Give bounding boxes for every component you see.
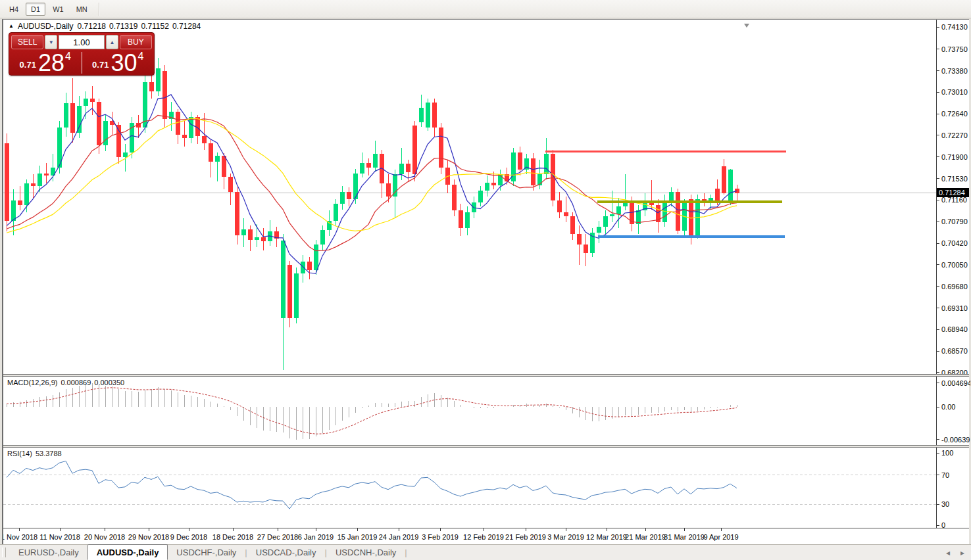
period-button-mn[interactable]: MN (71, 3, 93, 16)
rsi-axis-label: 100 (941, 449, 953, 457)
sell-button[interactable]: SELL (11, 35, 43, 49)
date-axis-label: 29 Nov 2018 (128, 533, 169, 541)
date-axis-label: 20 Nov 2018 (84, 533, 125, 541)
hline-support[interactable] (598, 235, 785, 238)
macd-axis-label: 0.004694 (941, 379, 970, 387)
price-axis-label: 0.74130 (941, 23, 968, 31)
sell-price-prefix: 0.71 (20, 60, 36, 70)
ohlc-open: 0.71218 (78, 22, 106, 31)
price-axis-label: 0.68200 (941, 369, 968, 374)
rsi-axis-label: 30 (941, 500, 949, 508)
macd-pane: 0.0046940.00-0.00639 MACD(12,26,9) 0.000… (3, 377, 969, 445)
ma-fast-line (7, 95, 737, 273)
panel-collapse-icon[interactable]: ▲ (9, 24, 14, 29)
chart-window: 0.741300.737500.733800.730100.726400.722… (2, 19, 969, 544)
date-axis-label: 9 Apr 2019 (703, 533, 738, 541)
hline-resistance[interactable] (545, 151, 786, 152)
date-axis-label: 27 Dec 2018 (257, 533, 298, 541)
main-chart-pane: 0.741300.737500.733800.730100.726400.722… (3, 20, 969, 374)
macd-canvas[interactable]: 0.0046940.00-0.00639 (3, 377, 970, 445)
date-axis-label: 6 Jan 2019 (298, 533, 334, 541)
date-axis-label: 3 Mar 2019 (547, 533, 584, 541)
rsi-label: RSI(14) 53.3788 (7, 450, 62, 457)
buy-price-pips: 30 (111, 52, 137, 74)
date-axis-label: 1 Nov 2018 (3, 533, 37, 541)
macd-value-signal: 0.000350 (94, 379, 124, 386)
ma-mid-line (7, 116, 737, 251)
symbol-info-line: ▲ AUDUSD-,Daily 0.71218 0.71319 0.71152 … (9, 22, 201, 31)
toolbar-separator (99, 3, 100, 16)
buy-price-display[interactable]: 0.71 30 4 (82, 51, 155, 75)
period-button-w1[interactable]: W1 (47, 3, 69, 16)
macd-signal-line (7, 388, 737, 434)
date-axis-label: 9 Dec 2018 (170, 533, 207, 541)
chart-tab-usdchf[interactable]: USDCHF-,Daily (168, 545, 245, 560)
ohlc-high: 0.71319 (109, 22, 137, 31)
volume-input[interactable] (59, 35, 105, 49)
period-button-d1[interactable]: D1 (26, 3, 45, 16)
price-axis-label: 0.69310 (941, 304, 968, 312)
hline-pivot[interactable] (597, 200, 782, 203)
chart-tab-audusd[interactable]: AUDUSD-,Daily (87, 544, 168, 560)
price-axis-label: 0.70420 (941, 239, 968, 247)
date-axis: 1 Nov 201811 Nov 201820 Nov 201829 Nov 2… (3, 528, 969, 545)
date-axis-label: 21 Mar 2019 (625, 533, 666, 541)
sell-price-display[interactable]: 0.71 28 4 (9, 51, 82, 75)
price-axis-label: 0.71530 (941, 175, 968, 183)
one-click-trading-panel: SELL ▼ ▲ BUY 0.71 28 4 0.71 30 4 (9, 32, 155, 76)
price-axis-label: 0.70050 (941, 261, 968, 269)
macd-axis-label: -0.00639 (941, 436, 970, 444)
date-axis-label: 11 Nov 2018 (39, 533, 80, 541)
chart-tab-bar: EURUSD-,DailyAUDUSD-,DailyUSDCHF-,Daily|… (0, 544, 971, 560)
period-button-h4[interactable]: H4 (4, 3, 24, 16)
chart-tab-eurusd[interactable]: EURUSD-,Daily (10, 545, 87, 560)
rsi-axis-label: 70 (941, 471, 949, 479)
buy-price-prefix: 0.71 (92, 60, 109, 70)
date-axis-label: 24 Jan 2019 (379, 533, 419, 541)
date-axis-label: 21 Feb 2019 (505, 533, 546, 541)
macd-value-main: 0.000869 (61, 379, 91, 386)
symbol-title: AUDUSD-,Daily (18, 22, 74, 31)
candlesticks (5, 58, 739, 370)
chart-tab-usdcad[interactable]: USDCAD-,Daily (247, 545, 325, 560)
date-axis-label: 12 Mar 2019 (586, 533, 627, 541)
ohlc-close: 0.71284 (172, 22, 201, 31)
price-axis-label: 0.71900 (941, 153, 968, 161)
date-axis-label: 31 Mar 2019 (664, 533, 705, 541)
rsi-line (7, 461, 737, 509)
tab-bar-grip (2, 548, 6, 557)
ohlc-low: 0.71152 (141, 22, 169, 31)
rsi-canvas[interactable]: 10070300 (3, 448, 970, 528)
buy-button[interactable]: BUY (120, 35, 152, 49)
date-axis-label: 12 Feb 2019 (463, 533, 504, 541)
rsi-axis-label: 0 (941, 521, 945, 528)
tab-scroll-right-icon[interactable]: ▸ (960, 548, 964, 557)
date-axis-label: 15 Jan 2019 (337, 533, 378, 541)
svg-text:0.71284: 0.71284 (939, 189, 965, 197)
price-axis-label: 0.72270 (941, 131, 968, 139)
price-axis-label: 0.70790 (941, 218, 968, 225)
price-axis-label: 0.73750 (941, 45, 968, 53)
date-axis-label: 18 Dec 2018 (212, 533, 253, 541)
price-axis-label: 0.72640 (941, 110, 968, 118)
volume-increase-button[interactable]: ▲ (106, 35, 118, 49)
date-axis-canvas: 1 Nov 201811 Nov 201820 Nov 201829 Nov 2… (3, 528, 970, 546)
volume-decrease-button[interactable]: ▼ (45, 35, 57, 49)
price-axis-label: 0.68570 (941, 347, 968, 355)
macd-axis-label: 0.00 (941, 403, 955, 411)
rsi-pane: 10070300 RSI(14) 53.3788 (3, 448, 969, 528)
price-axis-label: 0.68940 (941, 325, 968, 333)
chart-tab-usdcnh[interactable]: USDCNH-,Daily (327, 545, 405, 560)
chart-shift-marker-icon[interactable] (744, 24, 749, 28)
buy-price-point: 4 (137, 51, 143, 62)
tab-separator: | (405, 545, 407, 560)
price-axis-label: 0.69680 (941, 283, 968, 291)
tab-scroll-left-icon[interactable]: ◂ (946, 548, 950, 557)
sell-price-pips: 28 (38, 52, 64, 74)
price-axis-label: 0.73010 (941, 88, 968, 96)
period-toolbar: H4D1W1MN (0, 0, 971, 18)
price-axis-label: 0.73380 (941, 67, 968, 75)
date-axis-label: 3 Feb 2019 (422, 533, 459, 541)
sell-price-point: 4 (65, 51, 71, 62)
macd-label: MACD(12,26,9) 0.000869 0.000350 (7, 379, 124, 386)
